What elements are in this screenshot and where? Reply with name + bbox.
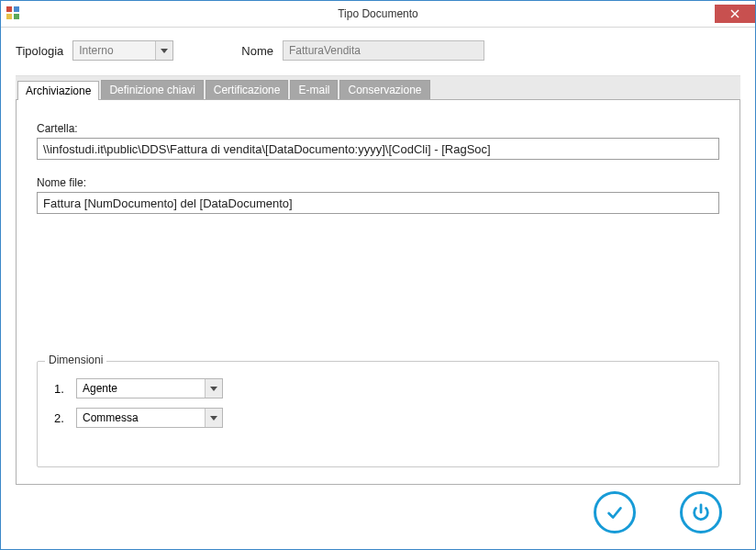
- cartella-label: Cartella:: [37, 122, 719, 135]
- footer-actions: [16, 485, 740, 540]
- tab-conservazione[interactable]: Conservazione: [339, 80, 429, 99]
- dimensione-index: 1.: [54, 382, 67, 396]
- dimensione-index: 2.: [54, 411, 67, 425]
- ok-button[interactable]: [594, 491, 636, 533]
- close-action-button[interactable]: [680, 491, 722, 533]
- tab-strip: Archiviazione Definizione chiavi Certifi…: [16, 76, 740, 99]
- titlebar: Tipo Documento: [1, 1, 755, 28]
- chevron-down-icon: [205, 379, 222, 398]
- chevron-down-icon: [155, 41, 172, 60]
- nome-value: FatturaVendita: [289, 44, 361, 57]
- dimensione-1-value: Agente: [77, 382, 205, 395]
- tipologia-combo[interactable]: Interno: [72, 40, 173, 61]
- tipologia-label: Tipologia: [16, 44, 63, 58]
- dimensione-row-2: 2. Commessa: [54, 408, 702, 428]
- window-title: Tipo Documento: [1, 7, 755, 20]
- client-area: Tipologia Interno Nome FatturaVendita Ar…: [1, 28, 755, 549]
- tab-archiviazione[interactable]: Archiviazione: [17, 81, 99, 100]
- dimensione-2-combo[interactable]: Commessa: [76, 408, 223, 428]
- close-icon: [730, 9, 739, 18]
- close-button[interactable]: [715, 5, 755, 23]
- dimensione-1-combo[interactable]: Agente: [76, 378, 223, 398]
- nome-label: Nome: [241, 44, 273, 58]
- tab-page-archiviazione: Cartella: Nome file: Dimensioni 1. Agent…: [16, 99, 740, 485]
- app-icon: [6, 6, 21, 21]
- chevron-down-icon: [205, 409, 222, 427]
- power-icon: [691, 502, 711, 522]
- nome-field[interactable]: FatturaVendita: [283, 40, 484, 61]
- tab-certificazione[interactable]: Certificazione: [206, 80, 289, 99]
- dimensioni-group: Dimensioni 1. Agente 2. Commessa: [37, 361, 719, 467]
- dimensioni-legend: Dimensioni: [45, 354, 106, 366]
- dimensione-row-1: 1. Agente: [54, 378, 702, 398]
- nomefile-label: Nome file:: [37, 176, 719, 189]
- header-fields: Tipologia Interno Nome FatturaVendita: [16, 40, 740, 61]
- tipologia-value: Interno: [73, 44, 155, 57]
- tab-definizione-chiavi[interactable]: Definizione chiavi: [101, 80, 203, 99]
- tab-panel: Archiviazione Definizione chiavi Certifi…: [16, 75, 740, 485]
- nomefile-input[interactable]: [37, 192, 719, 214]
- tab-email[interactable]: E-mail: [290, 80, 338, 99]
- cartella-input[interactable]: [37, 138, 719, 160]
- window-frame: Tipo Documento Tipologia Interno Nome Fa…: [0, 0, 756, 550]
- dimensione-2-value: Commessa: [77, 411, 205, 424]
- check-icon: [605, 502, 625, 522]
